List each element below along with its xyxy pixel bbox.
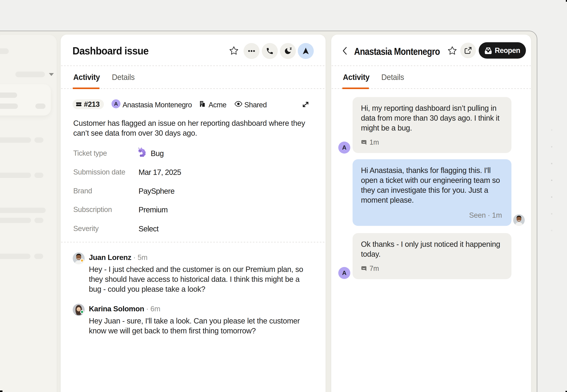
open-external-button[interactable] <box>460 43 476 58</box>
crop-artifact <box>0 391 2 392</box>
crop-artifact <box>566 0 567 2</box>
status-away-dot <box>80 259 84 262</box>
ticket-icon <box>76 102 82 107</box>
divider <box>61 242 325 242</box>
phone-icon <box>266 47 274 55</box>
sidebar-skeleton-bar <box>0 103 18 109</box>
seen-status: Seen · 1m <box>361 211 506 219</box>
reopen-label: Reopen <box>495 46 520 55</box>
star-icon[interactable] <box>448 46 457 55</box>
snooze-button[interactable] <box>280 43 296 59</box>
sidebar-skeleton-pill <box>34 254 43 259</box>
reopen-button[interactable]: Reopen <box>479 42 526 59</box>
status-online-dot <box>80 310 84 314</box>
company-icon <box>199 100 206 108</box>
message-bubble-icon <box>361 140 367 145</box>
fin-ai-button[interactable] <box>298 43 314 59</box>
active-tab-underline <box>342 87 369 89</box>
message-time: 1m <box>370 138 379 146</box>
comment-author: Juan Lorenz · 5m <box>89 253 147 262</box>
field-value[interactable]: Mar 17, 2025 <box>138 168 181 177</box>
avatar-juan[interactable] <box>73 252 85 264</box>
field-label: Severity <box>73 224 98 233</box>
message-text: Ok thanks - I only just noticed it happe… <box>361 239 506 259</box>
divider <box>61 66 325 66</box>
bug-emoji-icon <box>138 148 147 157</box>
snooze-moon-icon <box>283 46 292 56</box>
company-name[interactable]: Acme <box>208 101 226 109</box>
field-label: Brand <box>73 187 92 195</box>
field-label: Subscription <box>73 206 112 214</box>
ticket-id: #213 <box>84 100 100 109</box>
back-chevron-icon[interactable] <box>342 47 347 55</box>
expand-icon[interactable] <box>302 101 309 108</box>
dropdown-caret-icon <box>49 73 54 76</box>
sidebar-skeleton-bar <box>0 173 31 178</box>
field-label: Submission date <box>73 168 125 176</box>
more-options-button[interactable] <box>244 43 260 59</box>
message-text: Hi, my reporting dashboard isn’t pulling… <box>361 103 506 133</box>
message-bubble-icon <box>361 266 367 272</box>
author-name: Karina Solomon <box>89 305 144 313</box>
ellipsis-icon <box>247 47 256 55</box>
agent-seen-avatar <box>513 214 525 226</box>
message-meta: 7m <box>361 265 506 272</box>
sidebar-skeleton-pill <box>34 218 43 223</box>
comment-time: · 6m <box>146 305 160 313</box>
sidebar-skeleton-bar <box>0 93 17 98</box>
sidebar-skeleton-pill <box>34 173 43 178</box>
field-value[interactable]: Bug <box>151 149 164 158</box>
conversation-title: Anastasia Montenegro <box>354 45 440 57</box>
visibility-label[interactable]: Shared <box>244 101 267 109</box>
tab-details[interactable]: Details <box>381 73 404 82</box>
sidebar-skeleton-bar <box>0 48 9 54</box>
sidebar-skeleton-pill <box>35 103 45 109</box>
reopen-inbox-icon <box>484 47 492 54</box>
active-tab-underline <box>73 87 99 89</box>
sidebar-skeleton-pill <box>34 137 43 143</box>
sidebar-skeleton-bar <box>0 208 46 213</box>
avatar-karina[interactable] <box>73 304 85 316</box>
avatar-initial: A <box>342 269 346 277</box>
divider <box>61 88 325 89</box>
visibility-eye-icon <box>235 101 242 107</box>
requester-avatar[interactable]: A <box>111 99 120 108</box>
sidebar-skeleton-bar <box>0 254 30 259</box>
tab-activity[interactable]: Activity <box>73 73 100 82</box>
tab-details[interactable]: Details <box>112 73 135 82</box>
fin-icon <box>301 47 310 55</box>
avatar-initial: A <box>114 101 118 107</box>
sidebar-skeleton-dropdown[interactable] <box>15 71 45 77</box>
field-label: Ticket type <box>73 149 107 157</box>
comment-author: Karina Solomon · 6m <box>89 305 160 313</box>
field-value[interactable]: PaySphere <box>138 187 175 196</box>
customer-avatar: A <box>338 141 350 154</box>
message-time: 7m <box>370 265 379 272</box>
star-icon[interactable] <box>229 46 238 55</box>
customer-avatar: A <box>338 267 350 279</box>
field-value[interactable]: Premium <box>138 206 168 214</box>
external-link-icon <box>464 46 472 55</box>
sidebar-skeleton-card <box>0 84 51 115</box>
message-bubble-customer: Hi, my reporting dashboard isn’t pulling… <box>353 97 512 153</box>
message-bubble-agent: Hi Anastasia, thanks for flagging this. … <box>353 159 512 226</box>
message-meta: 1m <box>361 139 506 146</box>
ticket-description: Customer has flagged an issue on her rep… <box>73 118 317 138</box>
call-button[interactable] <box>262 43 278 59</box>
requester-name[interactable]: Anastasia Montenegro <box>123 101 192 109</box>
avatar-initial: A <box>342 144 346 151</box>
comment-time: · 5m <box>133 253 147 262</box>
sidebar-skeleton-bar <box>0 137 31 143</box>
field-value[interactable]: Select <box>138 224 158 233</box>
author-name: Juan Lorenz <box>89 253 131 262</box>
sidebar-skeleton-bar <box>0 218 31 223</box>
message-text: Hi Anastasia, thanks for flagging this. … <box>361 165 506 205</box>
ticket-id-chip[interactable]: #213 <box>72 99 104 109</box>
comment-text: Hey Juan - sure, I'll take a look. Can y… <box>89 316 321 336</box>
tab-activity[interactable]: Activity <box>343 73 370 82</box>
comment-text: Hey - I just checked and the customer is… <box>89 264 321 294</box>
crop-artifact <box>566 391 567 392</box>
message-bubble-customer: Ok thanks - I only just noticed it happe… <box>353 233 512 279</box>
app-screenshot: Dashboard issue Activity Details <box>0 0 567 392</box>
ticket-title: Dashboard issue <box>72 45 149 57</box>
